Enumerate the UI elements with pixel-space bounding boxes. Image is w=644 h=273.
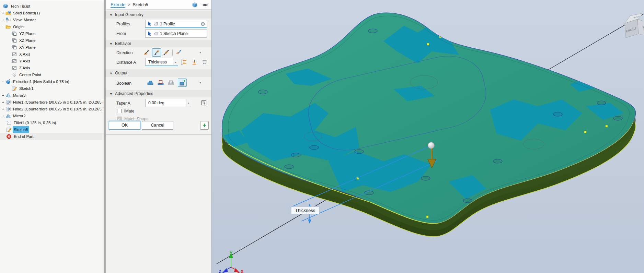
center-point-icon [12,72,17,78]
svg-text:Thickness: Thickness [295,208,315,213]
taper-a-value: 0.00 deg [148,100,164,105]
section-output[interactable]: ▼Output [106,69,211,77]
tree-item-end-of-part[interactable]: End of Part [13,133,35,140]
tree-item-solid-bodies[interactable]: Solid Bodies(1) [12,10,41,16]
expander[interactable]: − [1,78,5,85]
hole-icon [5,106,11,112]
profiles-field[interactable]: 1 Profile [145,20,207,28]
visibility-eye-icon[interactable] [202,2,208,8]
distance-a-input[interactable]: Thickness ▸ [145,58,178,66]
ok-button[interactable]: OK [109,121,140,130]
tree-item-x-axis[interactable]: X Axis [18,51,31,58]
thickness-dimension-label[interactable]: Thickness [291,206,319,214]
section-advanced-properties[interactable]: ▼Advanced Properties [106,90,211,97]
taper-a-label: Taper A [116,101,130,106]
taper-direction-button[interactable] [199,99,208,107]
tree-item-hole1[interactable]: Hole1 (Counterbore Ø0.625 in x 0.1875 in… [12,99,104,106]
distance-a-value: Thickness [148,60,167,64]
sketch-icon [6,127,12,132]
taper-a-input[interactable]: 0.00 deg ▸ [145,99,191,107]
tree-item-tech-tip[interactable]: Tech Tip.ipt [9,3,31,10]
triad-x-label: X [241,269,244,273]
direction-flipped-icon [153,49,160,56]
work-axis-icon [12,51,17,57]
tree-item-hole2[interactable]: Hole2 (Counterbore Ø0.625 in x 0.1875 in… [12,106,104,112]
expander[interactable]: + [1,16,5,23]
part-file-icon [3,3,8,9]
section-behavior[interactable]: ▼Behavior [106,40,211,47]
tree-item-sketch5-selected[interactable]: Sketch5 [13,126,29,133]
boolean-cut-button[interactable] [156,79,165,87]
manipulator-sphere[interactable] [428,142,435,149]
dialog-breadcrumb: Extrude>Sketch5 [106,0,211,10]
section-input-geometry[interactable]: ▼Input Geometry [106,11,211,19]
expander[interactable]: + [1,10,5,16]
tree-item-fillet1[interactable]: Fillet1 (0.125 in, 0.25 in) [13,119,57,126]
work-axis-icon [12,58,17,64]
expander[interactable]: + [1,112,5,119]
tree-item-z-axis[interactable]: Z Axis [18,64,31,71]
direction-asymmetric-icon [175,49,182,56]
direction-default-icon [143,49,151,56]
collapse-triangle-icon: ▼ [110,70,113,77]
mirror-icon [5,113,11,119]
boolean-separator [176,80,176,85]
solid-bodies-folder-icon [5,10,11,16]
tree-item-xz-plane[interactable]: XZ Plane [18,37,36,44]
tree-item-extrusion1[interactable]: Extrusion1 (New Solid x 0.75 in) [12,78,70,85]
direction-default-button[interactable] [142,48,151,57]
breadcrumb-command-extrude[interactable]: Extrude [111,2,125,8]
tree-item-view-master[interactable]: View: Master [12,16,37,23]
boolean-join-button[interactable] [146,79,155,87]
sketch-plane-icon [153,31,159,36]
mirror-icon [5,93,11,98]
model-browser: Tech Tip.ipt +Solid Bodies(1) +View: Mas… [0,0,104,273]
tree-item-mirror2[interactable]: Mirror2 [12,112,26,119]
tree-item-yz-plane[interactable]: YZ Plane [18,30,36,37]
distance-measure-button[interactable] [180,58,188,66]
expander[interactable]: + [1,92,5,99]
direction-symmetric-button[interactable] [162,48,171,57]
direction-asymmetric-button[interactable] [174,48,183,57]
collapse-triangle-icon: ▼ [110,40,113,48]
tree-item-mirror3[interactable]: Mirror3 [12,92,26,99]
expander[interactable]: − [1,23,5,30]
solid-preview-icon[interactable] [192,2,198,8]
tree-item-sketch1[interactable]: Sketch1 [18,85,35,92]
cancel-button[interactable]: Cancel [142,121,173,130]
clear-selection-icon[interactable] [200,22,205,26]
from-value: 1 Sketch Plane [160,31,188,36]
boolean-dropdown-arrow[interactable]: ▾ [199,81,201,84]
tree-item-origin[interactable]: Origin [12,23,25,30]
sketch-icon [12,86,17,91]
extrusion-icon [5,79,11,84]
tree-item-center-point[interactable]: Center Point [18,71,42,78]
intersect-icon [168,80,174,86]
direction-dropdown-arrow[interactable]: ▾ [199,50,201,54]
taper-a-flyout-arrow[interactable]: ▸ [186,99,191,107]
minimum-solution-button[interactable] [200,58,209,66]
boolean-new-solid-button[interactable] [178,79,187,87]
boolean-intersect-button[interactable] [166,79,175,87]
select-cursor-icon [147,31,152,36]
profiles-label: Profiles [116,22,130,26]
add-feature-button[interactable]: + [200,121,209,130]
expander[interactable]: + [1,99,5,106]
imate-checkbox[interactable] [117,109,122,113]
profile-shape-icon [153,21,159,26]
from-field[interactable]: 1 Sketch Plane [145,29,207,38]
extend-to-face-button[interactable] [190,58,199,66]
tree-item-y-axis[interactable]: Y Axis [18,58,31,64]
breadcrumb-target: Sketch5 [133,2,148,7]
3d-viewport[interactable]: Thickness TOP FRONT RIGHT Y Z X [212,0,644,273]
direction-flipped-button[interactable] [152,48,161,57]
profiles-value: 1 Profile [160,22,175,26]
flip-taper-icon [201,100,207,106]
measure-lines-icon [181,59,187,65]
distance-a-flyout-arrow[interactable]: ▸ [173,58,178,66]
collapse-triangle-icon: ▼ [110,11,113,19]
match-shape-label: Match Shape [124,117,149,121]
new-solid-icon [179,80,186,86]
tree-item-xy-plane[interactable]: XY Plane [18,44,37,51]
expander[interactable]: + [1,106,5,112]
